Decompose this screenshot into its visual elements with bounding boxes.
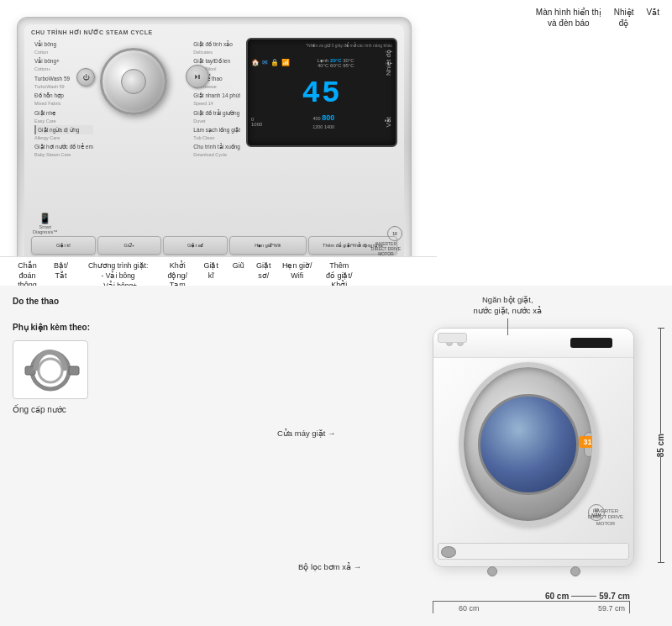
warranty-badge: 10: [387, 226, 402, 241]
dimension-bottom: 60 cm 59.7 cm: [545, 592, 630, 601]
display-screen: *Nhấn và giữ 3 giây để mở các tính năng …: [246, 38, 397, 147]
programs-right: Giặt đồ tinh xảo Delicates Giặt tay/Đồ l…: [193, 39, 240, 160]
spin-values: 400 800 1200 1400: [312, 113, 334, 131]
hose-svg: [21, 347, 80, 393]
door-inner: [478, 394, 579, 495]
steam-cycle-label: CHU TRÌNH HƠI NƯỚC STEAM CYCLE: [31, 29, 397, 36]
display-annotation: Màn hình hiển thịvà đèn báo: [536, 7, 601, 34]
door-label: Cửa máy giặt →: [277, 429, 336, 438]
hold-button[interactable]: Giữ+: [97, 236, 162, 255]
intensive-wash-button[interactable]: Giặt kĩ: [31, 236, 96, 255]
machine-body-container: LG 31 cm: [433, 328, 630, 563]
accessory-title: Phụ kiện kèm theo:: [13, 321, 260, 334]
home-icon: 🏠: [251, 59, 260, 66]
temp-label-right: Nhiệt độ: [385, 50, 392, 76]
pre-wash-button[interactable]: Giặt sơ: [163, 236, 228, 255]
width-value: 60 cm: [545, 592, 569, 601]
display-top-note: *Nhấn và giữ 3 giây để mở các tính năng …: [251, 43, 392, 48]
spin-annotation: Vắt: [647, 7, 659, 34]
display-indicator: [570, 338, 612, 348]
control-panel: CHU TRÌNH HƠI NƯỚC STEAM CYCLE Vải bông …: [17, 17, 412, 269]
top-annotations: Màn hình hiển thịvà đèn báo Nhiệtđộ Vắt: [412, 0, 672, 34]
svg-point-1: [39, 359, 62, 382]
power-button[interactable]: ⏻: [76, 68, 95, 87]
envelope-icon: ✉: [262, 59, 268, 66]
spin-label-left: 01000: [251, 117, 262, 127]
display-icons: 🏠 ✉ 🔒 📶: [251, 59, 290, 66]
accessory-name: Ống cấp nước: [13, 403, 66, 416]
top-section: CHU TRÌNH HƠI NƯỚC STEAM CYCLE Vải bông …: [0, 0, 672, 286]
function-buttons: Giặt kĩ Giữ+ Giặt sơ Hẹn giờ*Wifi Thêm đ…: [31, 236, 397, 255]
temp-annotation: Nhiệtđộ: [614, 7, 634, 34]
play-pause-icon: ⏯: [194, 72, 202, 81]
wifi-icon: 📶: [281, 59, 290, 66]
width-label: 60 cm: [459, 604, 480, 613]
powder-drawer-label: Ngăn bột giặt,nước giặt, nước xả: [474, 294, 542, 335]
accessory-image: [13, 340, 88, 399]
panel-inner: CHU TRÌNH HƠI NƯỚC STEAM CYCLE Vải bông …: [24, 24, 404, 261]
accessory-box: Phụ kiện kèm theo: Ống cấp nướ: [13, 321, 260, 416]
program-annotation: Do the thao: [13, 294, 260, 308]
pump-filter-cap[interactable]: [441, 546, 456, 558]
lock-icon: 🔒: [270, 59, 279, 66]
machine-image-area: Ngăn bột giặt,nước giặt, nước xả LG: [269, 286, 672, 626]
machine-case: LG 31 cm: [433, 328, 634, 567]
door-diameter-label: 31 cm: [579, 436, 597, 448]
height-dimension: 85 cm: [656, 328, 665, 563]
powder-drawer[interactable]: [438, 333, 467, 343]
warranty-circle: 10NĂM: [588, 504, 605, 521]
machine-feet: [433, 566, 633, 576]
display-timer: 45: [251, 79, 392, 109]
smart-diagnosis: 📱 SmartDiagnosis™: [33, 213, 58, 234]
display-row1: 🏠 ✉ 🔒 📶 Lạnh 20°C 30°C 40°C 60°C 95°C Nh…: [251, 50, 392, 76]
temp-labels: Lạnh 20°C 30°C 40°C 60°C 95°C: [317, 57, 354, 68]
start-pause-button[interactable]: ⏯: [186, 65, 209, 88]
pump-filter-label: Bộ lọc bơm xả →: [298, 562, 361, 571]
bottom-section: Do the thao Phụ kiện kèm theo:: [0, 286, 672, 626]
display-row2: 01000 400 800 1200 1400 Vắt: [251, 113, 392, 131]
left-annotations: Do the thao Phụ kiện kèm theo:: [0, 286, 269, 626]
schedule-wifi-button[interactable]: Hẹn giờ*Wifi: [229, 236, 307, 255]
program-annotation-title: Do the thao: [13, 294, 260, 308]
inverter-logo: INVERTERDIRECT DRIVEMOTOR: [371, 241, 401, 256]
dial-center: [121, 69, 146, 94]
machine-door[interactable]: 31 cm: [459, 362, 597, 526]
foot-right: [570, 566, 580, 576]
bottom-dim-line: 60 cm 59.7 cm: [433, 601, 630, 613]
programs-left: Vải bông Cotton Vải bông+ Cotton+ TurboW…: [34, 39, 93, 160]
svg-rect-3: [69, 366, 79, 375]
machine-annotations-container: Ngăn bột giặt,nước giặt, nước xả LG: [269, 286, 672, 626]
spin-label-right: Vắt: [385, 117, 392, 128]
bottom-service-panel: [438, 543, 629, 560]
depth-value: 59.7 cm: [599, 592, 630, 601]
height-value: 85 cm: [656, 434, 665, 457]
foot-left: [487, 566, 497, 576]
program-dial[interactable]: [100, 48, 167, 115]
power-icon: ⏻: [82, 74, 89, 82]
depth-label: 59.7 cm: [598, 604, 625, 613]
